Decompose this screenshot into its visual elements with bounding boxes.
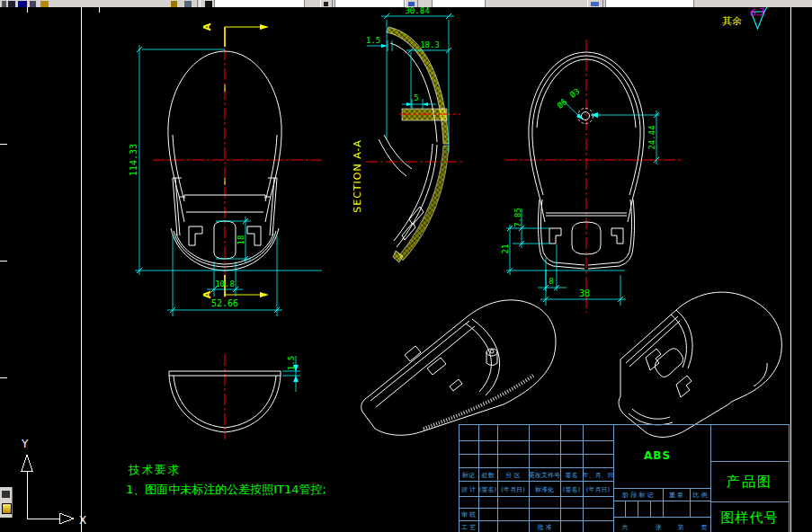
technical-requirements[interactable]: 技术要求 1、图面中未标注的公差按照IT14管控; bbox=[126, 463, 326, 496]
tb-drawing-code: 图样代号 bbox=[721, 510, 779, 526]
surface-note-text[interactable]: 其余 bbox=[722, 15, 742, 27]
tb-process-label: 工 艺 bbox=[461, 524, 476, 531]
cutouts[interactable] bbox=[405, 346, 462, 391]
layers-icon[interactable] bbox=[205, 1, 212, 7]
ucs-y-label: Y bbox=[21, 438, 29, 450]
tb-standard-date: (年月日) bbox=[586, 486, 611, 493]
dim-edge-gap[interactable]: 8 bbox=[549, 277, 553, 286]
shell-outline-left[interactable] bbox=[529, 52, 586, 222]
button-cutout-right[interactable] bbox=[247, 226, 261, 245]
dim-tab-height[interactable]: 7.85 bbox=[513, 208, 522, 227]
dim-depth[interactable]: 30.84 bbox=[405, 7, 429, 15]
frame-centering-marks-left bbox=[0, 144, 7, 377]
button-cutout-right[interactable] bbox=[611, 228, 623, 244]
dim-overall-height[interactable]: 114.33 bbox=[129, 144, 138, 176]
button-cutout-2[interactable] bbox=[676, 376, 692, 397]
tb-zone-label: 分 区 bbox=[504, 472, 520, 479]
section-title[interactable]: SECTION A-A bbox=[352, 139, 363, 213]
view-top[interactable]: A A 114.33 52.66 18 10.8 bbox=[129, 22, 322, 316]
section-label-top[interactable]: A bbox=[201, 22, 213, 31]
color-button[interactable] bbox=[320, 0, 333, 7]
tb-approve-label: 批 准 bbox=[537, 524, 551, 531]
button-cutout-left[interactable] bbox=[549, 228, 561, 244]
lineweight-button[interactable] bbox=[587, 0, 603, 7]
ucs-x-arrowhead bbox=[59, 513, 74, 524]
shell-outline-right[interactable] bbox=[586, 52, 644, 222]
ribbed-edge[interactable] bbox=[424, 376, 533, 429]
dim-boss-arrow-r bbox=[423, 102, 428, 106]
linetype-button[interactable] bbox=[405, 0, 418, 7]
hole-circle-inner[interactable] bbox=[582, 112, 590, 120]
plate-rim-left[interactable] bbox=[626, 316, 680, 367]
view-isometric-outside[interactable] bbox=[619, 292, 781, 437]
toolbar-icon-4[interactable] bbox=[40, 1, 49, 7]
ucs-icon: Y X bbox=[21, 438, 86, 527]
section-arrow-bottom-head bbox=[260, 292, 269, 297]
drawing-canvas[interactable]: 其余 6.3 A A 114.33 52.66 bbox=[0, 7, 812, 532]
dim-wall-thickness[interactable]: 1.5 bbox=[366, 36, 380, 45]
frame-centering-marks-top bbox=[27, 7, 99, 13]
ucs-y-arrowhead bbox=[22, 455, 32, 471]
view-front[interactable]: 1.5 bbox=[169, 354, 300, 439]
dim-side-height[interactable]: 21 bbox=[501, 244, 510, 254]
section-left-arcs[interactable] bbox=[379, 135, 412, 176]
title-block: 标记 处数 分 区 更改文件号 签名 年、月、日 设 计 (签名) (年月日) … bbox=[459, 424, 789, 532]
dim-overall-width[interactable]: 52.66 bbox=[211, 298, 238, 308]
tail-detail[interactable] bbox=[754, 363, 767, 386]
tech-req-title[interactable]: 技术要求 bbox=[128, 463, 181, 476]
shell-outline[interactable] bbox=[361, 300, 556, 435]
tb-standard-label: 标准化 bbox=[534, 486, 554, 493]
dim-slot-width[interactable]: 10.8 bbox=[215, 279, 235, 288]
tb-sheet-page-label: 页 bbox=[701, 524, 708, 531]
section-inner-arc[interactable] bbox=[390, 43, 437, 142]
dim-offset-arrow bbox=[591, 112, 598, 118]
tool-icon[interactable] bbox=[2, 491, 10, 498]
tb-product-name: 产品图 bbox=[727, 474, 772, 490]
boss-hole[interactable] bbox=[490, 350, 494, 353]
tb-design-label: 设 计 bbox=[461, 486, 476, 493]
dim-rim-thickness[interactable]: 1.5 bbox=[287, 356, 296, 370]
tb-sheet-unit-label: 张 bbox=[656, 524, 662, 531]
tb-mark-label: 标记 bbox=[461, 472, 475, 479]
boss-body[interactable] bbox=[486, 352, 497, 366]
ucs-axes-lines bbox=[27, 471, 59, 519]
dim-inner-depth[interactable]: 18.3 bbox=[420, 40, 440, 49]
toolbar-icon-1[interactable] bbox=[2, 1, 6, 7]
fold-lines[interactable] bbox=[466, 319, 500, 395]
shell-outline[interactable] bbox=[619, 292, 781, 437]
view-bottom[interactable]: Ø3 Ø6 24.44 7.85 21 8 38 bbox=[501, 40, 683, 313]
fold-lines[interactable] bbox=[671, 310, 692, 368]
color-combobox[interactable] bbox=[335, 0, 405, 7]
dim-hole-d2[interactable]: Ø6 bbox=[556, 97, 569, 111]
dim-hole-offset[interactable]: 24.44 bbox=[647, 125, 656, 149]
dim-flat-width[interactable]: 38 bbox=[579, 288, 590, 298]
dim-boss-width[interactable]: 5 bbox=[414, 93, 418, 102]
plate-rim-bottom[interactable] bbox=[629, 409, 673, 425]
tb-sign-label: 签名 bbox=[566, 472, 578, 479]
surface-roughness-note[interactable]: 其余 6.3 bbox=[722, 7, 770, 29]
tb-weight-label: 重 量 bbox=[669, 492, 683, 499]
tb-review-label: 审 核 bbox=[461, 511, 476, 519]
toolbar-icon-6[interactable] bbox=[184, 1, 192, 7]
plate-rim-lines[interactable] bbox=[370, 321, 475, 407]
layer-combobox[interactable] bbox=[214, 0, 305, 7]
view-isometric-inside[interactable] bbox=[361, 300, 556, 435]
toolbar-color-icon[interactable] bbox=[18, 1, 27, 7]
title-block-middle-grid bbox=[613, 424, 710, 532]
lineweight-combobox[interactable] bbox=[605, 0, 694, 7]
toolbar-icon-3[interactable] bbox=[30, 1, 36, 7]
dim-hole-d1[interactable]: Ø3 bbox=[568, 86, 582, 100]
button-cutout-left[interactable] bbox=[189, 226, 202, 245]
toolbar-icon-2[interactable] bbox=[8, 1, 15, 7]
dim-slot-height[interactable]: 18 bbox=[236, 235, 245, 245]
section-arrow-top-head bbox=[260, 24, 269, 30]
top-toolbar bbox=[0, 0, 812, 7]
linetype-combobox[interactable] bbox=[432, 0, 486, 7]
tb-sheet-no-label: 第 bbox=[678, 524, 684, 531]
docked-toolbar-fragment bbox=[0, 487, 13, 518]
toolbar-icon-5[interactable] bbox=[171, 1, 177, 7]
tech-req-item-1[interactable]: 1、图面中未标注的公差按照IT14管控; bbox=[126, 483, 326, 496]
color-swatch[interactable] bbox=[2, 503, 12, 514]
view-section[interactable]: SECTION A-A 30.84 1.5 18.3 5 bbox=[352, 7, 464, 262]
ucs-x-label: X bbox=[79, 514, 86, 527]
